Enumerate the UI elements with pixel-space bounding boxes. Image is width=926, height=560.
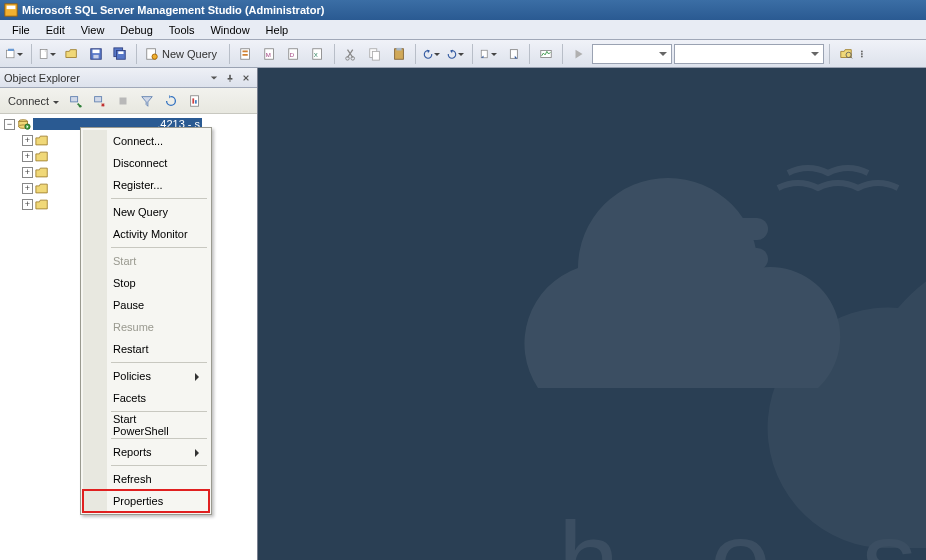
context-menu-label: Register... xyxy=(113,179,163,191)
menu-tools[interactable]: Tools xyxy=(161,22,203,38)
menu-window[interactable]: Window xyxy=(202,22,257,38)
panel-pin-icon[interactable] xyxy=(223,71,237,85)
context-menu-item-reports[interactable]: Reports xyxy=(83,441,209,463)
oe-connect-button[interactable]: Connect xyxy=(4,93,61,109)
svg-rect-14 xyxy=(243,50,248,52)
context-menu-item-restart[interactable]: Restart xyxy=(83,338,209,360)
new-query-button[interactable]: New Query xyxy=(142,43,224,65)
cut-button[interactable] xyxy=(340,43,362,65)
execute-button[interactable] xyxy=(568,43,590,65)
tree-expand-icon[interactable]: + xyxy=(22,183,33,194)
nav-forward-button[interactable] xyxy=(502,43,524,65)
context-menu-separator xyxy=(111,465,207,466)
svg-rect-38 xyxy=(230,79,231,81)
context-menu-item-properties[interactable]: Properties xyxy=(83,490,209,512)
context-menu-label: Restart xyxy=(113,343,148,355)
de-query-button[interactable] xyxy=(235,43,257,65)
panel-dropdown-icon[interactable] xyxy=(207,71,221,85)
app-icon xyxy=(4,3,18,17)
copy-button[interactable] xyxy=(364,43,386,65)
new-project-button[interactable] xyxy=(4,43,26,65)
mdx-query-button[interactable]: M xyxy=(259,43,281,65)
folder-icon xyxy=(35,134,49,146)
find-button[interactable] xyxy=(835,43,857,65)
svg-text:M: M xyxy=(266,50,271,57)
svg-point-52 xyxy=(602,222,614,234)
oe-refresh-icon[interactable] xyxy=(161,91,181,111)
svg-rect-50 xyxy=(618,218,768,240)
content-area: h o s t i n g xyxy=(258,68,926,560)
context-menu-label: Reports xyxy=(113,446,152,458)
context-menu-item-new-query[interactable]: New Query xyxy=(83,201,209,223)
save-all-button[interactable] xyxy=(109,43,131,65)
svg-rect-25 xyxy=(372,51,379,60)
svg-rect-7 xyxy=(93,54,98,58)
context-menu-label: Start PowerShell xyxy=(113,413,193,437)
context-menu-label: Activity Monitor xyxy=(113,228,188,240)
context-menu-separator xyxy=(111,438,207,439)
folder-icon xyxy=(35,166,49,178)
context-menu-item-pause[interactable]: Pause xyxy=(83,294,209,316)
context-menu-item-facets[interactable]: Facets xyxy=(83,387,209,409)
oe-stop-icon[interactable] xyxy=(113,91,133,111)
context-menu-label: Facets xyxy=(113,392,146,404)
svg-point-54 xyxy=(642,222,654,234)
context-menu-item-policies[interactable]: Policies xyxy=(83,365,209,387)
svg-rect-28 xyxy=(481,50,487,58)
menu-file[interactable]: File xyxy=(4,22,38,38)
context-menu-item-connect[interactable]: Connect... xyxy=(83,130,209,152)
svg-rect-1 xyxy=(7,6,16,10)
context-menu-item-register[interactable]: Register... xyxy=(83,174,209,196)
server-context-menu: Connect...DisconnectRegister...New Query… xyxy=(80,127,212,515)
context-menu-item-refresh[interactable]: Refresh xyxy=(83,468,209,490)
context-menu-item-start-powershell[interactable]: Start PowerShell xyxy=(83,414,209,436)
tree-expand-icon[interactable]: + xyxy=(22,151,33,162)
folder-icon xyxy=(35,150,49,162)
svg-rect-10 xyxy=(118,51,123,54)
toolbar-separator xyxy=(829,44,830,64)
context-menu-label: Start xyxy=(113,255,136,267)
svg-rect-41 xyxy=(95,96,102,101)
dmx-query-button[interactable]: D xyxy=(283,43,305,65)
tree-collapse-icon[interactable]: − xyxy=(4,119,15,130)
server-icon xyxy=(17,118,31,130)
panel-close-icon[interactable] xyxy=(239,71,253,85)
context-menu-item-stop[interactable]: Stop xyxy=(83,272,209,294)
background-watermark: h o s t i n g xyxy=(518,128,926,560)
context-menu-item-disconnect[interactable]: Disconnect xyxy=(83,152,209,174)
activity-monitor-button[interactable] xyxy=(535,43,557,65)
svg-line-32 xyxy=(850,56,852,58)
oe-connect-icon[interactable] xyxy=(65,91,85,111)
menu-help[interactable]: Help xyxy=(258,22,297,38)
menu-edit[interactable]: Edit xyxy=(38,22,73,38)
toolbar-options-button[interactable] xyxy=(859,43,871,65)
svg-rect-3 xyxy=(8,48,14,50)
new-file-button[interactable] xyxy=(37,43,59,65)
open-button[interactable] xyxy=(61,43,83,65)
save-button[interactable] xyxy=(85,43,107,65)
undo-button[interactable] xyxy=(421,43,443,65)
tree-expand-icon[interactable]: + xyxy=(22,135,33,146)
context-menu-item-activity-monitor[interactable]: Activity Monitor xyxy=(83,223,209,245)
context-menu-label: Refresh xyxy=(113,473,152,485)
oe-report-icon[interactable] xyxy=(185,91,205,111)
object-explorer-title: Object Explorer xyxy=(4,72,205,84)
svg-rect-2 xyxy=(7,50,15,58)
paste-button[interactable] xyxy=(388,43,410,65)
oe-filter-icon[interactable] xyxy=(137,91,157,111)
xmla-query-button[interactable]: X xyxy=(307,43,329,65)
menu-debug[interactable]: Debug xyxy=(112,22,160,38)
svg-text:D: D xyxy=(290,50,295,57)
context-menu-label: Resume xyxy=(113,321,154,333)
nav-back-button[interactable] xyxy=(478,43,500,65)
tree-expand-icon[interactable]: + xyxy=(22,199,33,210)
context-menu-label: Pause xyxy=(113,299,144,311)
tree-expand-icon[interactable]: + xyxy=(22,167,33,178)
context-menu-separator xyxy=(111,411,207,412)
solution-combo[interactable] xyxy=(674,44,824,64)
menubar: File Edit View Debug Tools Window Help xyxy=(0,20,926,40)
menu-view[interactable]: View xyxy=(73,22,113,38)
oe-disconnect-icon[interactable] xyxy=(89,91,109,111)
redo-button[interactable] xyxy=(445,43,467,65)
database-combo[interactable] xyxy=(592,44,672,64)
